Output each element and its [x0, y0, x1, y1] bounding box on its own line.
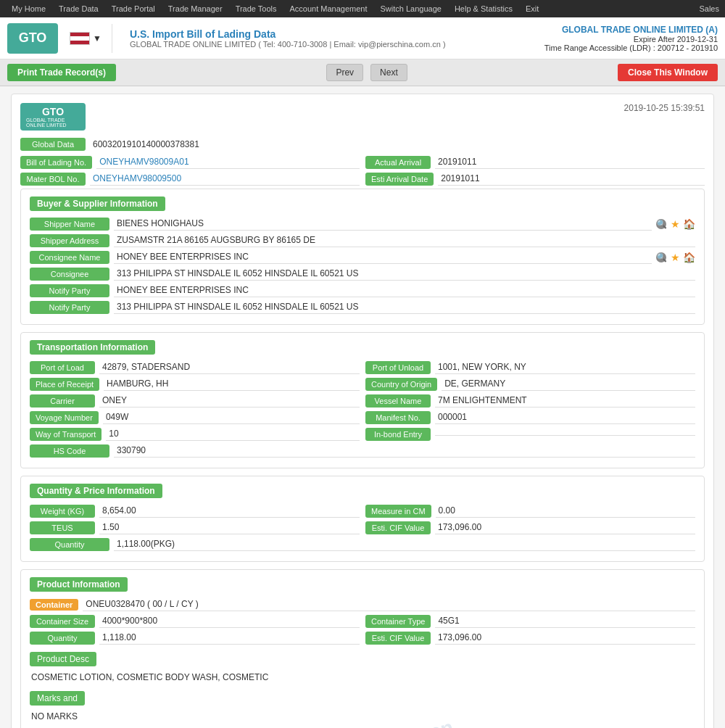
- container-size-type-row: Container Size 4000*900*800 Container Ty…: [30, 614, 695, 628]
- record-header: GTO GLOBAL TRADE ONLINE LIMITED 2019-10-…: [20, 103, 705, 131]
- vessel-name-label: Vessel Name: [365, 394, 431, 408]
- nav-trade-data[interactable]: Trade Data: [53, 2, 104, 15]
- flag-selector[interactable]: ▼: [70, 32, 102, 45]
- receipt-origin-row: Place of Receipt HAMBURG, HH Country of …: [30, 377, 695, 391]
- in-bond-entry-label: In-bond Entry: [365, 428, 431, 441]
- vessel-name-value: 7M ENLIGHTENMENT: [435, 394, 695, 408]
- print-record-button[interactable]: Print Trade Record(s): [7, 64, 116, 81]
- carrier-vessel-row: Carrier ONEY Vessel Name 7M ENLIGHTENMEN…: [30, 394, 695, 408]
- product-desc-area: Product Desc COSMETIC LOTION, COSMETIC B…: [30, 649, 695, 685]
- us-flag: [70, 32, 90, 45]
- hs-code-value: 330790: [114, 444, 695, 458]
- next-button[interactable]: Next: [370, 64, 407, 81]
- consignee-value: 313 PHILIPPA ST HINSDALE IL 6052 HINSDAL…: [114, 267, 695, 281]
- container-size-col: Container Size 4000*900*800: [30, 614, 360, 628]
- transportation-section: Transportation Information Port of Load …: [20, 332, 705, 468]
- time-range-info: Time Range Accessible (LDR) : 200712 - 2…: [544, 44, 718, 52]
- notify-party-value1: HONEY BEE ENTERPRISES INC: [114, 284, 695, 297]
- quantity2-col: Quantity 1,118.00: [30, 631, 360, 645]
- shipper-star-icon[interactable]: ★: [671, 218, 680, 230]
- measure-cm-col: Measure in CM 0.00: [365, 504, 695, 518]
- vessel-name-col: Vessel Name 7M ENLIGHTENMENT: [365, 394, 695, 408]
- quantity-value: 1,118.00(PKG): [114, 537, 695, 551]
- weight-label: Weight (KG): [30, 505, 95, 518]
- header-subtitle: GLOBAL TRADE ONLINE LIMITED ( Tel: 400-7…: [130, 40, 446, 49]
- teus-value: 1.50: [99, 521, 360, 534]
- container-value: ONEU0328470 ( 00 / L / CY ): [83, 597, 695, 611]
- consignee-star-icon[interactable]: ★: [671, 252, 680, 263]
- nav-my-home[interactable]: My Home: [6, 2, 51, 15]
- actual-arrival-col: Actual Arrival 20191011: [365, 155, 705, 169]
- teus-col: TEUS 1.50: [30, 521, 360, 534]
- nav-trade-manager[interactable]: Trade Manager: [162, 2, 228, 15]
- product-header: Product Information: [30, 577, 695, 597]
- buyer-supplier-section-title: Buyer & Supplier Information: [30, 197, 165, 211]
- bol-value[interactable]: ONEYHAMV98009A01: [96, 155, 360, 169]
- qty2-cif2-row: Quantity 1,118.00 Esti. CIF Value 173,09…: [30, 631, 695, 645]
- prev-button[interactable]: Prev: [326, 64, 363, 81]
- measure-cm-value: 0.00: [436, 504, 695, 518]
- voyage-number-value: 049W: [103, 410, 360, 424]
- way-of-transport-col: Way of Transport 10: [30, 427, 360, 441]
- buyer-supplier-header: Buyer & Supplier Information: [30, 197, 695, 217]
- nav-menu-left: My Home Trade Data Trade Portal Trade Ma…: [6, 2, 544, 15]
- quantity-label: Quantity: [30, 538, 109, 551]
- shipper-search-icon[interactable]: 🔍: [656, 219, 666, 229]
- quantity2-label: Quantity: [30, 632, 95, 645]
- nav-exit[interactable]: Exit: [520, 2, 544, 15]
- nav-help-statistics[interactable]: Help & Statistics: [449, 2, 518, 15]
- divider: [112, 24, 112, 53]
- page-title: U.S. Import Bill of Lading Data: [130, 28, 446, 40]
- header-bar: GTO ▼ U.S. Import Bill of Lading Data GL…: [0, 17, 725, 59]
- esti-arrival-label: Esti Arrival Date: [365, 173, 434, 186]
- consignee-search-icon[interactable]: 🔍: [656, 252, 666, 262]
- actual-arrival-label: Actual Arrival: [365, 156, 431, 169]
- gto-inline-logo: GTO GLOBAL TRADE ONLINE LIMITED: [20, 103, 86, 131]
- nav-trade-portal[interactable]: Trade Portal: [106, 2, 161, 15]
- master-bol-esti-row: Mater BOL No. ONEYHAMV98009500 Esti Arri…: [20, 172, 705, 186]
- weight-measure-row: Weight (KG) 8,654.00 Measure in CM 0.00: [30, 504, 695, 518]
- quantity-price-title: Quantity & Price Information: [30, 484, 162, 498]
- container-type-value: 45G1: [435, 614, 695, 628]
- manifest-no-label: Manifest No.: [365, 411, 431, 424]
- bol-arrival-row: Bill of Lading No. ONEYHAMV98009A01 Actu…: [20, 155, 705, 169]
- shipper-home-icon[interactable]: 🏠: [683, 218, 695, 230]
- marks-area: Marks and NO MARKS: [30, 688, 695, 724]
- nav-switch-language[interactable]: Switch Language: [375, 2, 447, 15]
- quantity-row: Quantity 1,118.00(PKG): [30, 537, 695, 551]
- transportation-section-title: Transportation Information: [30, 340, 155, 355]
- consignee-name-label: Consignee Name: [30, 251, 109, 264]
- gto-logo-subtext: GLOBAL TRADE ONLINE LIMITED: [26, 117, 80, 128]
- close-window-button[interactable]: Close This Window: [618, 64, 718, 81]
- shipper-address-row: Shipper Address ZUSAMSTR 21A 86165 AUGSB…: [30, 233, 695, 247]
- shipper-name-value: BIENES HONIGHAUS: [114, 217, 652, 231]
- port-row: Port of Load 42879, STADERSAND Port of U…: [30, 360, 695, 374]
- global-data-row: Global Data 6003201910140000378381: [20, 138, 705, 151]
- container-type-label: Container Type: [365, 615, 431, 628]
- in-bond-entry-col: In-bond Entry: [365, 427, 695, 441]
- nav-trade-tools[interactable]: Trade Tools: [230, 2, 283, 15]
- quantity-price-header: Quantity & Price Information: [30, 484, 695, 504]
- nav-right-sales: Sales: [699, 4, 719, 13]
- product-section-title: Product Information: [30, 577, 128, 592]
- measure-cm-label: Measure in CM: [365, 505, 431, 518]
- carrier-value: ONEY: [99, 394, 360, 408]
- actual-arrival-value: 20191011: [435, 155, 705, 169]
- place-of-receipt-label: Place of Receipt: [30, 378, 99, 391]
- voyage-number-label: Voyage Number: [30, 411, 99, 424]
- manifest-no-value: 000001: [435, 410, 695, 424]
- way-of-transport-value: 10: [106, 427, 360, 441]
- header-company-info: GLOBAL TRADE ONLINE LIMITED (A) Expire A…: [544, 25, 718, 52]
- quantity-price-section: Quantity & Price Information Weight (KG)…: [20, 476, 705, 562]
- product-desc-value: COSMETIC LOTION, COSMETIC BODY WASH, COS…: [30, 669, 695, 685]
- nav-account-management[interactable]: Account Management: [284, 2, 373, 15]
- country-of-origin-value: DE, GERMANY: [442, 377, 695, 391]
- consignee-home-icon[interactable]: 🏠: [683, 252, 695, 263]
- weight-col: Weight (KG) 8,654.00: [30, 504, 360, 518]
- consignee-name-row: Consignee Name HONEY BEE ENTERPRISES INC…: [30, 250, 695, 264]
- bol-col: Bill of Lading No. ONEYHAMV98009A01: [20, 155, 360, 169]
- logo-main-text: GTO: [19, 30, 47, 46]
- voyage-manifest-row: Voyage Number 049W Manifest No. 000001: [30, 410, 695, 424]
- way-of-transport-label: Way of Transport: [30, 428, 102, 441]
- master-bol-value[interactable]: ONEYHAMV98009500: [90, 172, 360, 186]
